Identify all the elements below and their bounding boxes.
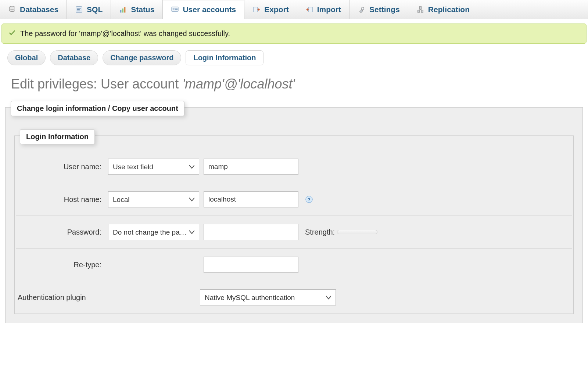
notice-text: The password for 'mamp'@'localhost' was …: [20, 29, 230, 38]
retype-label: Re-type:: [16, 261, 108, 269]
svg-rect-17: [419, 6, 422, 9]
subtab-label: Change password: [110, 54, 173, 62]
svg-rect-13: [254, 7, 258, 12]
svg-rect-18: [418, 10, 420, 12]
svg-rect-12: [175, 9, 178, 10]
tab-replication[interactable]: Replication: [408, 0, 478, 19]
tab-settings[interactable]: Settings: [349, 0, 408, 19]
subtab-label: Database: [58, 54, 90, 62]
tab-status[interactable]: Status: [111, 0, 163, 19]
tab-export[interactable]: Export: [244, 0, 297, 19]
svg-rect-8: [124, 7, 126, 12]
tab-import[interactable]: Import: [297, 0, 349, 19]
success-notice: The password for 'mamp'@'localhost' was …: [1, 23, 587, 44]
gear-icon: [358, 6, 366, 14]
strength-label: Strength:: [305, 228, 335, 236]
password-strength: Strength:: [305, 228, 377, 236]
import-icon: [305, 6, 313, 14]
username-input[interactable]: [204, 159, 298, 175]
svg-rect-5: [77, 10, 80, 11]
fieldset-legend-inner: Login Information: [20, 129, 95, 144]
subtab-label: Global: [15, 54, 38, 62]
database-icon: [8, 6, 16, 14]
tab-sql[interactable]: SQL: [67, 0, 111, 19]
subtab-change-password[interactable]: Change password: [103, 50, 181, 65]
username-label: User name:: [16, 163, 108, 171]
tab-label: Status: [131, 5, 154, 14]
tab-databases[interactable]: Databases: [0, 0, 67, 19]
tab-label: Export: [264, 5, 289, 14]
row-retype: Re-type:: [16, 249, 572, 281]
tab-label: Replication: [428, 5, 470, 14]
svg-rect-14: [308, 7, 312, 12]
subtab-label: Login Information: [193, 54, 256, 62]
retype-input[interactable]: [204, 257, 298, 273]
tab-label: SQL: [87, 5, 103, 14]
check-icon: [8, 29, 16, 38]
svg-rect-7: [122, 8, 123, 12]
sql-icon: [75, 6, 83, 14]
svg-rect-3: [77, 8, 81, 8]
svg-rect-11: [175, 8, 178, 8]
svg-point-16: [362, 8, 363, 9]
heading-identity: 'mamp'@'localhost': [182, 76, 295, 91]
tab-label: Settings: [369, 5, 400, 14]
auth-plugin-select[interactable]: Native MySQL authentication: [200, 289, 336, 305]
fieldset-change-login: Change login information / Copy user acc…: [5, 107, 583, 323]
auth-plugin-label: Authentication plugin: [16, 293, 200, 302]
heading-prefix: Edit privileges: User account: [11, 76, 182, 91]
row-username: User name: Use text field: [16, 151, 572, 183]
status-icon: [119, 6, 127, 14]
subtab-database[interactable]: Database: [50, 50, 98, 65]
svg-text:?: ?: [308, 197, 311, 202]
subtab-login-information[interactable]: Login Information: [186, 50, 263, 65]
row-hostname: Host name: Local ?: [16, 183, 572, 216]
hostname-label: Host name:: [16, 195, 108, 204]
svg-point-10: [173, 8, 175, 10]
row-auth-plugin: Authentication plugin Native MySQL authe…: [16, 281, 572, 314]
svg-rect-9: [172, 7, 178, 12]
subtabs: Global Database Change password Login In…: [0, 44, 588, 67]
page-title: Edit privileges: User account 'mamp'@'lo…: [0, 67, 588, 100]
hostname-mode-select[interactable]: Local: [108, 191, 199, 207]
tab-label: Databases: [20, 5, 58, 14]
password-label: Password:: [16, 228, 108, 236]
top-navigation: Databases SQL Status User accounts Expor…: [0, 0, 588, 19]
subtab-global[interactable]: Global: [7, 50, 46, 65]
fieldset-legend-outer: Change login information / Copy user acc…: [11, 101, 184, 116]
password-mode-select[interactable]: Do not change the password: [108, 224, 199, 240]
replication-icon: [416, 6, 424, 14]
strength-meter: [337, 230, 377, 234]
svg-rect-4: [77, 9, 80, 10]
users-icon: [171, 6, 179, 14]
svg-rect-6: [120, 10, 122, 12]
row-password: Password: Do not change the password Str…: [16, 216, 572, 249]
svg-rect-19: [422, 10, 423, 12]
tab-label: User accounts: [183, 5, 236, 14]
export-icon: [252, 6, 261, 14]
username-mode-select[interactable]: Use text field: [108, 159, 199, 175]
tab-label: Import: [317, 5, 341, 14]
fieldset-login-information: Login Information User name: Use text fi…: [14, 135, 574, 314]
help-icon[interactable]: ?: [305, 195, 313, 203]
tab-user-accounts[interactable]: User accounts: [163, 0, 244, 19]
hostname-input[interactable]: [204, 191, 298, 207]
password-input[interactable]: [204, 224, 298, 240]
